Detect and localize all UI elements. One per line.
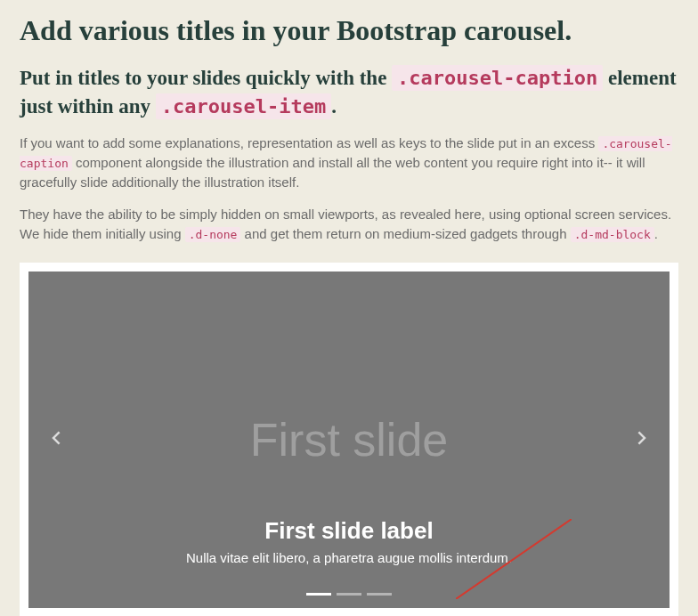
code-carousel-caption: .carousel-caption bbox=[392, 65, 603, 91]
para2-c: . bbox=[654, 226, 658, 241]
carousel-indicators bbox=[28, 593, 670, 596]
indicator-1[interactable] bbox=[306, 593, 331, 596]
chevron-left-icon bbox=[46, 429, 64, 447]
subtitle: Put in titles to your slides quickly wit… bbox=[20, 64, 678, 121]
paragraph-1: If you want to add some explanations, re… bbox=[20, 134, 678, 191]
subtitle-text-3: . bbox=[331, 95, 337, 118]
carousel: First slide First slide label Nulla vita… bbox=[28, 272, 670, 608]
subtitle-text-1: Put in titles to your slides quickly wit… bbox=[20, 67, 392, 89]
code-carousel-item: .carousel-item bbox=[156, 93, 331, 119]
code-d-none: .d-none bbox=[185, 227, 241, 242]
carousel-caption: First slide label Nulla vitae elit liber… bbox=[28, 517, 670, 565]
caption-title: First slide label bbox=[28, 517, 670, 545]
para1-a: If you want to add some explanations, re… bbox=[20, 135, 598, 150]
para1-b: component alongside the illustration and… bbox=[20, 155, 645, 190]
carousel-container: First slide First slide label Nulla vita… bbox=[20, 263, 678, 616]
paragraph-2: They have the ability to be simply hidde… bbox=[20, 205, 678, 244]
chevron-right-icon bbox=[634, 429, 652, 447]
indicator-3[interactable] bbox=[367, 593, 392, 596]
caption-text: Nulla vitae elit libero, a pharetra augu… bbox=[28, 550, 670, 565]
slide-placeholder-text: First slide bbox=[250, 413, 448, 466]
para2-b: and get them return on medium-sized gadg… bbox=[240, 226, 570, 241]
carousel-prev-button[interactable] bbox=[28, 429, 82, 450]
indicator-2[interactable] bbox=[337, 593, 361, 596]
carousel-next-button[interactable] bbox=[616, 429, 670, 450]
code-d-md-block: .d-md-block bbox=[571, 227, 654, 242]
page-title: Add various titles in your Bootstrap car… bbox=[20, 12, 678, 48]
